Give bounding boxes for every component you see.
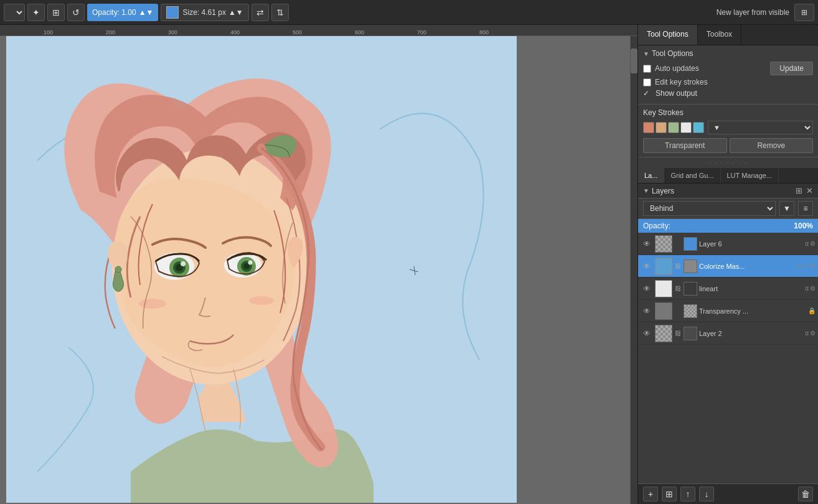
layer-item-transparency[interactable]: 👁 Transparency ... 🔒 <box>638 300 818 322</box>
layers-tab-lut[interactable]: LUT Manage... <box>721 168 779 183</box>
brush-preview <box>166 6 179 19</box>
layers-copy-btn[interactable]: ⊞ <box>796 186 802 195</box>
blend-filter-btn2[interactable]: ≡ <box>798 201 813 216</box>
opacity-arrows[interactable]: ▲▼ <box>139 8 154 17</box>
tab-tool-options[interactable]: Tool Options <box>638 25 698 45</box>
layer-add-btn[interactable]: + <box>643 487 658 502</box>
swatch-2[interactable] <box>668 122 679 133</box>
layer-lineart-chain: ⛓ <box>674 285 682 292</box>
update-button[interactable]: Update <box>770 62 813 75</box>
layer-move-up-btn[interactable]: ↑ <box>680 487 695 502</box>
transparent-button[interactable]: Transparent <box>643 138 727 153</box>
layer-move-down-btn[interactable]: ↓ <box>699 487 714 502</box>
scrollbar-thumb[interactable] <box>631 49 637 73</box>
tool-btn-2[interactable]: ⊞ <box>47 4 65 21</box>
ruler-mark-500: 500 <box>293 29 302 35</box>
layers-tab-grid[interactable]: Grid and Gu... <box>664 168 720 183</box>
blend-mode-select[interactable]: Normal <box>4 4 25 21</box>
tool-btn-reset[interactable]: ↺ <box>67 4 85 21</box>
canvas-wrapper[interactable] <box>0 36 630 504</box>
transparency-lock[interactable]: 🔒 <box>808 307 816 314</box>
layer-6-visibility[interactable]: 👁 <box>641 238 653 250</box>
layer-opacity-label: Opacity: <box>643 222 670 230</box>
artwork-canvas[interactable] <box>6 36 517 503</box>
colorize-icon-2[interactable]: ↩ <box>804 263 809 269</box>
layers-collapse-arrow[interactable]: ▼ <box>643 187 649 194</box>
layers-list: 👁 Layer 6 α ⚙ 👁 ⛓ <box>638 233 818 483</box>
swatch-3[interactable] <box>680 122 692 133</box>
layer-colorize-name: Colorize Mas... <box>699 263 795 270</box>
canvas-area: 100 200 300 400 500 600 700 800 <box>0 25 637 504</box>
vertical-scrollbar[interactable] <box>630 36 637 504</box>
auto-updates-checkbox[interactable] <box>643 65 651 73</box>
layer-6-alpha[interactable]: α <box>805 240 809 247</box>
swatch-4[interactable] <box>693 122 704 133</box>
layer-item-2[interactable]: 👁 ⛓ Layer 2 α ⚙ <box>638 322 818 345</box>
colorize-icon-1[interactable]: ◎ <box>797 263 802 269</box>
blend-mode-row: Behind ▼ ≡ <box>638 198 818 219</box>
blend-filter-btn[interactable]: ▼ <box>779 201 794 216</box>
tool-btn-1[interactable]: ✦ <box>27 4 45 21</box>
layers-tab-layers[interactable]: La... <box>638 168 664 183</box>
layer-2-lock[interactable]: ⚙ <box>810 330 816 337</box>
svg-point-6 <box>181 261 186 266</box>
edit-keystrokes-checkbox[interactable] <box>643 78 651 86</box>
layer-transparency-visibility[interactable]: 👁 <box>641 305 653 317</box>
layer-delete-btn[interactable]: 🗑 <box>798 487 813 502</box>
new-layer-btn[interactable]: ⊞ <box>794 4 814 21</box>
layers-section-title: Layers <box>652 187 674 195</box>
layer-copy-btn[interactable]: ⊞ <box>662 487 677 502</box>
auto-updates-label[interactable]: Auto updates <box>655 64 699 73</box>
main-area: 100 200 300 400 500 600 700 800 <box>0 25 818 504</box>
layer-transparency-thumb2 <box>684 304 697 318</box>
show-output-label: Show output <box>656 89 697 98</box>
layer-opacity-value: 100% <box>794 222 813 230</box>
layer-opacity-row: Opacity: 100% <box>638 219 818 233</box>
edit-keystrokes-label[interactable]: Edit key strokes <box>655 78 708 86</box>
collapse-arrow[interactable]: ▼ <box>643 50 649 57</box>
layer-colorize-mask-thumb <box>684 259 697 273</box>
new-layer-label: New layer from visible <box>717 8 789 17</box>
layer-colorize-chain: ⛓ <box>674 263 682 269</box>
layer-2-chain: ⛓ <box>674 330 682 337</box>
layer-blend-select[interactable]: Behind <box>643 201 776 216</box>
lineart-alpha[interactable]: α <box>805 285 809 292</box>
size-label: Size: <box>182 8 199 17</box>
keystrokes-section: Key Strokes ▼ Transparent Remove <box>638 105 818 157</box>
tab-toolbox[interactable]: Toolbox <box>698 25 741 45</box>
layers-title-group: ▼ Layers <box>643 187 674 195</box>
layer-item-6[interactable]: 👁 Layer 6 α ⚙ <box>638 233 818 255</box>
layers-header: ▼ Layers ⊞ ✕ <box>638 184 818 198</box>
ruler-mark-400: 400 <box>230 29 240 35</box>
ruler-mark-600: 600 <box>355 29 364 35</box>
layers-close-btn[interactable]: ✕ <box>806 186 813 195</box>
ruler-mark-100: 100 <box>44 29 53 35</box>
layer-2-visibility[interactable]: 👁 <box>641 327 653 340</box>
layer-6-lock[interactable]: ⚙ <box>810 240 816 247</box>
size-arrows[interactable]: ▲▼ <box>228 8 243 17</box>
layer-lineart-thumb <box>655 280 672 297</box>
colorize-icon-3[interactable]: ⚙ <box>810 263 816 269</box>
layer-lineart-name: lineart <box>699 285 803 292</box>
swatch-0[interactable] <box>643 122 654 133</box>
layers-bottom-controls: + ⊞ ↑ ↓ 🗑 <box>638 483 818 504</box>
layer-item-colorize[interactable]: 👁 ⛓ Colorize Mas... ◎ ↩ ⚙ <box>638 255 818 278</box>
layer-2-alpha[interactable]: α <box>805 330 809 337</box>
layers-tabs: La... Grid and Gu... LUT Manage... <box>638 168 818 184</box>
color-swatches-row: ▼ <box>643 121 813 134</box>
tool-options-section: ▼ Tool Options Auto updates Update Edit … <box>638 45 818 105</box>
layer-2-thumb2 <box>684 327 697 340</box>
ruler-mark-300: 300 <box>168 29 177 35</box>
layer-item-lineart[interactable]: 👁 ⛓ lineart α ⚙ <box>638 278 818 300</box>
swatch-1[interactable] <box>656 122 667 133</box>
remove-button[interactable]: Remove <box>730 138 814 153</box>
size-display: Size: 4.61 px ▲▼ <box>161 4 248 21</box>
lineart-lock[interactable]: ⚙ <box>810 285 816 292</box>
swatch-dropdown[interactable]: ▼ <box>708 121 813 134</box>
layer-colorize-visibility[interactable]: 👁 <box>641 260 653 273</box>
svg-point-11 <box>248 261 253 265</box>
flip-v-btn[interactable]: ⇅ <box>271 4 289 21</box>
tool-options-title: Tool Options <box>652 49 693 58</box>
flip-h-btn[interactable]: ⇄ <box>252 4 269 21</box>
layer-lineart-visibility[interactable]: 👁 <box>641 282 653 295</box>
